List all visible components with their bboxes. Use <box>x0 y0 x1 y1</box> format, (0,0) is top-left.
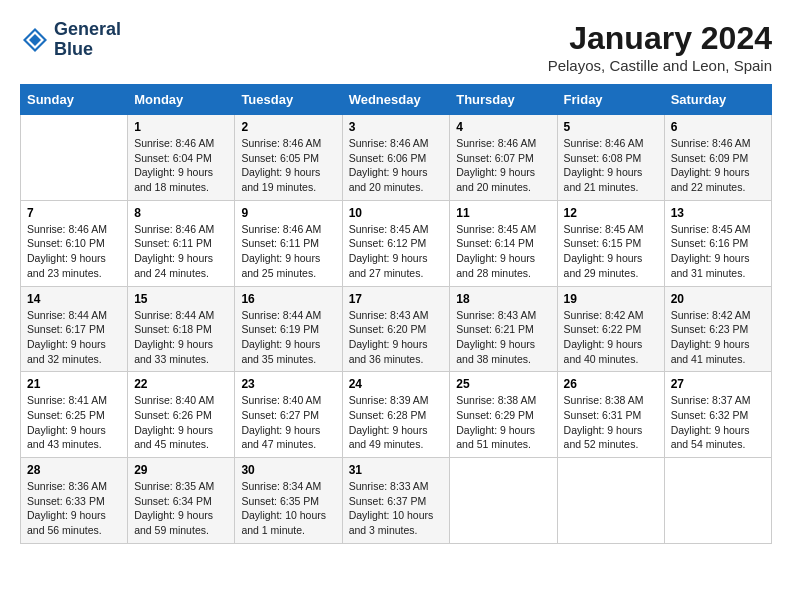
calendar-cell: 1Sunrise: 8:46 AM Sunset: 6:04 PM Daylig… <box>128 115 235 201</box>
header: General Blue January 2024 Pelayos, Casti… <box>20 20 772 74</box>
day-number: 10 <box>349 206 444 220</box>
calendar-cell: 5Sunrise: 8:46 AM Sunset: 6:08 PM Daylig… <box>557 115 664 201</box>
calendar-cell: 12Sunrise: 8:45 AM Sunset: 6:15 PM Dayli… <box>557 200 664 286</box>
day-number: 25 <box>456 377 550 391</box>
day-number: 8 <box>134 206 228 220</box>
calendar-cell: 24Sunrise: 8:39 AM Sunset: 6:28 PM Dayli… <box>342 372 450 458</box>
logo-text: General Blue <box>54 20 121 60</box>
calendar-week-row: 21Sunrise: 8:41 AM Sunset: 6:25 PM Dayli… <box>21 372 772 458</box>
calendar-cell: 23Sunrise: 8:40 AM Sunset: 6:27 PM Dayli… <box>235 372 342 458</box>
calendar-cell: 9Sunrise: 8:46 AM Sunset: 6:11 PM Daylig… <box>235 200 342 286</box>
day-info: Sunrise: 8:46 AM Sunset: 6:10 PM Dayligh… <box>27 222 121 281</box>
calendar-cell: 20Sunrise: 8:42 AM Sunset: 6:23 PM Dayli… <box>664 286 771 372</box>
day-number: 11 <box>456 206 550 220</box>
calendar-cell <box>450 458 557 544</box>
calendar-cell: 27Sunrise: 8:37 AM Sunset: 6:32 PM Dayli… <box>664 372 771 458</box>
calendar-week-row: 1Sunrise: 8:46 AM Sunset: 6:04 PM Daylig… <box>21 115 772 201</box>
calendar-table: SundayMondayTuesdayWednesdayThursdayFrid… <box>20 84 772 544</box>
day-number: 18 <box>456 292 550 306</box>
calendar-cell: 7Sunrise: 8:46 AM Sunset: 6:10 PM Daylig… <box>21 200 128 286</box>
calendar-cell: 11Sunrise: 8:45 AM Sunset: 6:14 PM Dayli… <box>450 200 557 286</box>
calendar-cell: 22Sunrise: 8:40 AM Sunset: 6:26 PM Dayli… <box>128 372 235 458</box>
day-info: Sunrise: 8:43 AM Sunset: 6:21 PM Dayligh… <box>456 308 550 367</box>
day-info: Sunrise: 8:41 AM Sunset: 6:25 PM Dayligh… <box>27 393 121 452</box>
calendar-cell: 19Sunrise: 8:42 AM Sunset: 6:22 PM Dayli… <box>557 286 664 372</box>
day-info: Sunrise: 8:44 AM Sunset: 6:19 PM Dayligh… <box>241 308 335 367</box>
day-info: Sunrise: 8:36 AM Sunset: 6:33 PM Dayligh… <box>27 479 121 538</box>
calendar-week-row: 14Sunrise: 8:44 AM Sunset: 6:17 PM Dayli… <box>21 286 772 372</box>
day-info: Sunrise: 8:46 AM Sunset: 6:04 PM Dayligh… <box>134 136 228 195</box>
day-number: 30 <box>241 463 335 477</box>
day-info: Sunrise: 8:35 AM Sunset: 6:34 PM Dayligh… <box>134 479 228 538</box>
calendar-cell: 31Sunrise: 8:33 AM Sunset: 6:37 PM Dayli… <box>342 458 450 544</box>
day-number: 23 <box>241 377 335 391</box>
day-info: Sunrise: 8:34 AM Sunset: 6:35 PM Dayligh… <box>241 479 335 538</box>
title-area: January 2024 Pelayos, Castille and Leon,… <box>548 20 772 74</box>
calendar-header: SundayMondayTuesdayWednesdayThursdayFrid… <box>21 85 772 115</box>
calendar-cell: 29Sunrise: 8:35 AM Sunset: 6:34 PM Dayli… <box>128 458 235 544</box>
day-info: Sunrise: 8:39 AM Sunset: 6:28 PM Dayligh… <box>349 393 444 452</box>
day-info: Sunrise: 8:33 AM Sunset: 6:37 PM Dayligh… <box>349 479 444 538</box>
calendar-cell: 16Sunrise: 8:44 AM Sunset: 6:19 PM Dayli… <box>235 286 342 372</box>
calendar-col-header: Tuesday <box>235 85 342 115</box>
day-info: Sunrise: 8:45 AM Sunset: 6:16 PM Dayligh… <box>671 222 765 281</box>
calendar-col-header: Sunday <box>21 85 128 115</box>
day-number: 26 <box>564 377 658 391</box>
calendar-cell <box>21 115 128 201</box>
logo-icon <box>20 25 50 55</box>
page-title: January 2024 <box>548 20 772 57</box>
calendar-col-header: Thursday <box>450 85 557 115</box>
day-number: 15 <box>134 292 228 306</box>
day-number: 6 <box>671 120 765 134</box>
calendar-cell: 10Sunrise: 8:45 AM Sunset: 6:12 PM Dayli… <box>342 200 450 286</box>
day-number: 27 <box>671 377 765 391</box>
day-info: Sunrise: 8:38 AM Sunset: 6:29 PM Dayligh… <box>456 393 550 452</box>
day-number: 28 <box>27 463 121 477</box>
day-number: 7 <box>27 206 121 220</box>
calendar-cell: 15Sunrise: 8:44 AM Sunset: 6:18 PM Dayli… <box>128 286 235 372</box>
day-info: Sunrise: 8:42 AM Sunset: 6:22 PM Dayligh… <box>564 308 658 367</box>
page-subtitle: Pelayos, Castille and Leon, Spain <box>548 57 772 74</box>
calendar-cell: 14Sunrise: 8:44 AM Sunset: 6:17 PM Dayli… <box>21 286 128 372</box>
day-number: 16 <box>241 292 335 306</box>
day-number: 22 <box>134 377 228 391</box>
day-number: 13 <box>671 206 765 220</box>
calendar-cell: 2Sunrise: 8:46 AM Sunset: 6:05 PM Daylig… <box>235 115 342 201</box>
day-info: Sunrise: 8:46 AM Sunset: 6:11 PM Dayligh… <box>134 222 228 281</box>
day-info: Sunrise: 8:40 AM Sunset: 6:27 PM Dayligh… <box>241 393 335 452</box>
day-info: Sunrise: 8:40 AM Sunset: 6:26 PM Dayligh… <box>134 393 228 452</box>
day-info: Sunrise: 8:45 AM Sunset: 6:14 PM Dayligh… <box>456 222 550 281</box>
day-number: 14 <box>27 292 121 306</box>
day-info: Sunrise: 8:46 AM Sunset: 6:08 PM Dayligh… <box>564 136 658 195</box>
day-number: 31 <box>349 463 444 477</box>
day-info: Sunrise: 8:46 AM Sunset: 6:11 PM Dayligh… <box>241 222 335 281</box>
day-info: Sunrise: 8:43 AM Sunset: 6:20 PM Dayligh… <box>349 308 444 367</box>
calendar-cell: 28Sunrise: 8:36 AM Sunset: 6:33 PM Dayli… <box>21 458 128 544</box>
day-number: 17 <box>349 292 444 306</box>
day-info: Sunrise: 8:46 AM Sunset: 6:07 PM Dayligh… <box>456 136 550 195</box>
calendar-cell: 25Sunrise: 8:38 AM Sunset: 6:29 PM Dayli… <box>450 372 557 458</box>
calendar-body: 1Sunrise: 8:46 AM Sunset: 6:04 PM Daylig… <box>21 115 772 544</box>
calendar-col-header: Monday <box>128 85 235 115</box>
calendar-cell: 30Sunrise: 8:34 AM Sunset: 6:35 PM Dayli… <box>235 458 342 544</box>
day-number: 4 <box>456 120 550 134</box>
calendar-cell <box>557 458 664 544</box>
day-number: 29 <box>134 463 228 477</box>
day-info: Sunrise: 8:42 AM Sunset: 6:23 PM Dayligh… <box>671 308 765 367</box>
day-number: 21 <box>27 377 121 391</box>
calendar-cell: 4Sunrise: 8:46 AM Sunset: 6:07 PM Daylig… <box>450 115 557 201</box>
calendar-cell <box>664 458 771 544</box>
logo: General Blue <box>20 20 121 60</box>
day-info: Sunrise: 8:46 AM Sunset: 6:06 PM Dayligh… <box>349 136 444 195</box>
day-info: Sunrise: 8:44 AM Sunset: 6:17 PM Dayligh… <box>27 308 121 367</box>
calendar-cell: 6Sunrise: 8:46 AM Sunset: 6:09 PM Daylig… <box>664 115 771 201</box>
day-info: Sunrise: 8:46 AM Sunset: 6:09 PM Dayligh… <box>671 136 765 195</box>
day-number: 5 <box>564 120 658 134</box>
day-number: 2 <box>241 120 335 134</box>
calendar-cell: 3Sunrise: 8:46 AM Sunset: 6:06 PM Daylig… <box>342 115 450 201</box>
day-number: 20 <box>671 292 765 306</box>
calendar-col-header: Saturday <box>664 85 771 115</box>
day-number: 9 <box>241 206 335 220</box>
calendar-col-header: Friday <box>557 85 664 115</box>
day-number: 12 <box>564 206 658 220</box>
